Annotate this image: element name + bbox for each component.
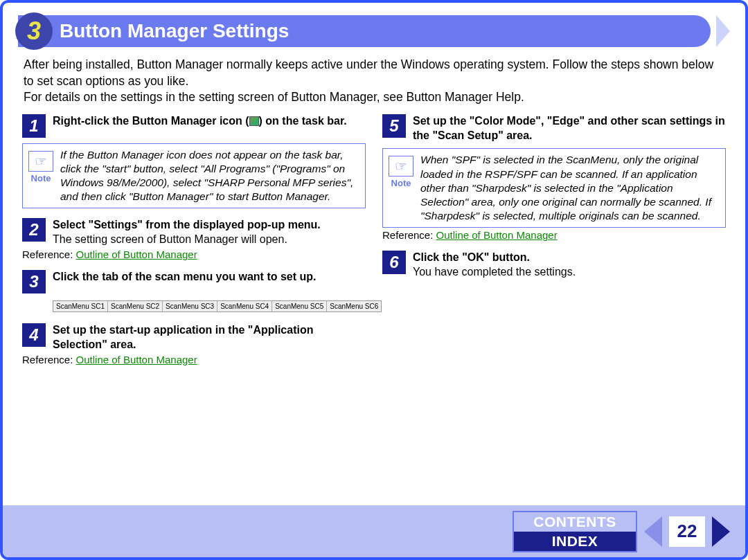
step-number: 3 [22,270,46,293]
index-button[interactable]: INDEX [514,532,636,551]
tab: ScanMenu SC4 [217,301,272,311]
next-page-icon[interactable] [712,516,730,547]
reference-line: Reference: Outline of Button Manager [382,229,726,241]
footer-bar: CONTENTS INDEX 22 [3,505,745,557]
step-number: 5 [382,114,406,138]
button-manager-icon [249,116,259,126]
pointing-hand-icon: ☞ [28,151,53,172]
note-label: Note [31,173,51,183]
tab: ScanMenu SC1 [53,301,108,311]
note-label: Note [391,178,411,188]
step-title-text-pre: Right-click the Button Manager icon ( [53,115,249,127]
reference-line: Reference: Outline of Button Manager [22,354,366,365]
right-column: 5 Set up the "Color Mode", "Edge" and ot… [382,114,726,375]
page-header: 3 Button Manager Settings [18,15,730,47]
step-number: 6 [382,251,406,274]
step-subtext: The setting screen of Button Manager wil… [53,233,287,245]
step-title: Right-click the Button Manager icon () o… [53,115,347,127]
page-title: Button Manager Settings [60,20,289,42]
step-number: 1 [22,114,46,138]
tab: ScanMenu SC2 [108,301,163,311]
step-5: 5 Set up the "Color Mode", "Edge" and ot… [382,114,726,241]
contents-button[interactable]: CONTENTS [514,512,636,532]
reference-label: Reference: [382,229,433,241]
step-title: Click the "OK" button. [413,251,530,263]
chapter-number-badge: 3 [15,12,53,50]
reference-label: Reference: [22,249,73,260]
note-box: ☞ Note If the Button Manager icon does n… [22,143,366,209]
step-subtext: You have completed the settings. [413,266,576,278]
step-title: Set up the "Color Mode", "Edge" and othe… [413,115,725,141]
reference-line: Reference: Outline of Button Manager [22,249,366,260]
step-title: Click the tab of the scan menu you want … [53,271,317,282]
title-bar: 3 Button Manager Settings [18,15,711,47]
note-text: When "SPF" is selected in the ScanMenu, … [420,153,720,223]
note-box: ☞ Note When "SPF" is selected in the Sca… [382,148,726,228]
step-title-text-post: ) on the task bar. [259,115,347,127]
tab: ScanMenu SC5 [272,301,327,311]
step-2: 2 Select "Settings" from the displayed p… [22,218,366,260]
tab: ScanMenu SC3 [163,301,217,311]
step-number: 2 [22,218,46,242]
page-number: 22 [669,516,705,547]
note-text: If the Button Manager icon does not appe… [60,148,359,204]
reference-link[interactable]: Outline of Button Manager [76,249,197,260]
step-title: Set up the start-up application in the "… [53,324,313,350]
step-number: 4 [22,323,46,347]
intro-text: After being installed, Button Manager no… [3,54,745,114]
reference-link[interactable]: Outline of Button Manager [76,354,197,365]
step-1: 1 Right-click the Button Manager icon ()… [22,114,366,209]
next-section-icon[interactable] [716,15,730,47]
prev-page-icon[interactable] [644,516,662,547]
scan-menu-tabs: ScanMenu SC1 ScanMenu SC2 ScanMenu SC3 S… [53,300,382,312]
step-3: 3 Click the tab of the scan menu you wan… [22,270,366,312]
steps-columns: 1 Right-click the Button Manager icon ()… [3,114,745,375]
reference-label: Reference: [22,354,73,365]
step-title: Select "Settings" from the displayed pop… [53,219,321,231]
contents-index-box: CONTENTS INDEX [513,511,637,552]
pointing-hand-icon: ☞ [389,156,413,177]
step-4: 4 Set up the start-up application in the… [22,323,366,365]
step-6: 6 Click the "OK" button. You have comple… [382,251,726,280]
left-column: 1 Right-click the Button Manager icon ()… [22,114,366,375]
reference-link[interactable]: Outline of Button Manager [436,229,558,241]
tab: ScanMenu SC6 [327,301,381,311]
